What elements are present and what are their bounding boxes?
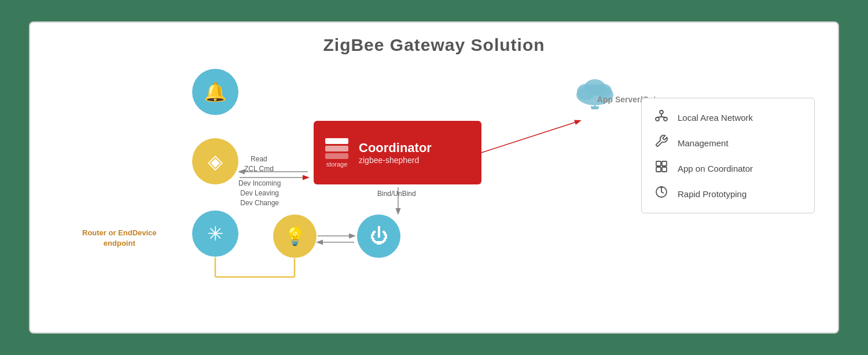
svg-line-19 — [657, 117, 661, 117]
svg-point-26 — [661, 187, 662, 188]
svg-point-17 — [664, 117, 667, 121]
svg-rect-23 — [656, 167, 661, 172]
svg-point-16 — [656, 117, 659, 121]
main-container: ZigBee Gateway Solution App Server/Gatew… — [29, 21, 839, 334]
read-zcl-label: ReadZCL Cmd — [244, 154, 274, 174]
bulb-icon: 💡 — [284, 226, 306, 246]
wrench-icon — [653, 134, 670, 151]
lan-icon — [653, 109, 670, 126]
svg-point-3 — [584, 79, 605, 95]
storage-bar-2 — [325, 146, 348, 151]
drop-icon: ◈ — [208, 150, 223, 173]
bulb-device: 💡 — [273, 215, 317, 258]
bell-icon: 🔔 — [204, 81, 227, 103]
storage-bar-3 — [325, 153, 348, 159]
svg-line-5 — [481, 121, 580, 153]
svg-rect-21 — [656, 161, 661, 166]
snow-icon: ✳ — [207, 222, 223, 245]
page-title: ZigBee Gateway Solution — [30, 23, 838, 55]
svg-rect-22 — [662, 161, 667, 166]
router-endpoint-label: Router or EndDeviceendpoint — [82, 228, 157, 249]
snow-device: ✳ — [192, 210, 238, 257]
app-coord-icon — [653, 160, 670, 177]
svg-rect-24 — [662, 167, 667, 172]
coordinator-box: storage Coordinator zigbee-shepherd — [314, 121, 481, 184]
rapid-proto-icon — [653, 185, 670, 202]
coordinator-text: Coordinator zigbee-shepherd — [359, 140, 432, 165]
svg-line-20 — [661, 117, 665, 117]
drop-device: ◈ — [192, 138, 238, 184]
power-icon: ⏻ — [370, 225, 388, 247]
diagram-area: App Server/Gateway 🔔 ◈ ✳ 💡 ⏻ storag — [30, 63, 838, 332]
app-coord-label: App on Coordinator — [678, 164, 753, 173]
cloud-icon — [572, 75, 618, 112]
coordinator-subtitle: zigbee-shepherd — [359, 156, 432, 165]
storage-label: storage — [326, 161, 348, 168]
bind-unbind-label: Bind/UnBind — [377, 189, 416, 199]
lan-label: Local Area Network — [678, 113, 753, 123]
legend-item-mgmt: Management — [653, 134, 803, 151]
legend-item-rapid: Rapid Prototyping — [653, 185, 803, 202]
mgmt-label: Management — [678, 138, 729, 148]
legend-box: Local Area Network Management — [641, 98, 815, 213]
coordinator-title: Coordinator — [359, 140, 432, 156]
legend-item-lan: Local Area Network — [653, 109, 803, 126]
rapid-label: Rapid Prototyping — [678, 189, 746, 199]
bell-device: 🔔 — [192, 69, 238, 115]
legend-item-app: App on Coordinator — [653, 160, 803, 177]
power-device: ⏻ — [357, 215, 400, 258]
svg-point-15 — [660, 110, 663, 114]
dev-events-label: Dev IncomingDev LeavingDev Change — [238, 179, 281, 208]
storage-icon: storage — [325, 138, 348, 168]
storage-bar-1 — [325, 138, 348, 144]
